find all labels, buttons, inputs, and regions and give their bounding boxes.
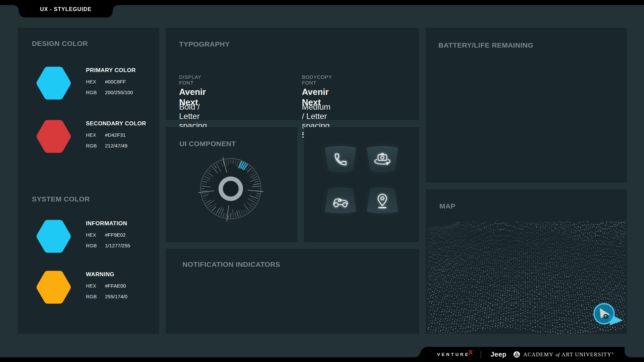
- swatch-name: WARNING: [86, 271, 127, 278]
- location-button[interactable]: [366, 186, 399, 215]
- rotary-dial-control[interactable]: [196, 154, 266, 224]
- hex-value: #00C8FF: [105, 79, 126, 84]
- map-panel: MAP: [426, 189, 627, 334]
- location-pin-icon: [372, 190, 392, 210]
- hex-row: HEX #00C8FF: [86, 79, 136, 84]
- hex-row: HEX #FFAE00: [86, 283, 127, 289]
- rgb-value: 1/1277/255: [105, 243, 130, 248]
- hex-value: #D42F31: [105, 132, 126, 138]
- notification-indicators-heading: NOTIFICATION INDICATORS: [182, 260, 280, 268]
- ui-component-panel: UI COMPONENT: [166, 127, 297, 242]
- venture-wordmark: VENTURE: [437, 352, 470, 357]
- secondary-color-card: SECONDARY COLOR HEX #D42F31 RGB 212/47/4…: [36, 120, 146, 153]
- rgb-value: 200/255/100: [105, 89, 133, 95]
- rgb-row: RGB 1/1277/255: [86, 243, 130, 248]
- venture-x-mark: X: [468, 349, 473, 356]
- tab-ux-styleguide[interactable]: UX - STYLEGUIDE: [19, 0, 113, 17]
- warning-color-card: WARNING HEX #FFAE00 RGB 255/174/0: [36, 270, 127, 304]
- typography-heading: TYPOGRAPHY: [179, 40, 230, 48]
- rgb-row: RGB 255/174/0: [86, 294, 127, 299]
- hex-row: HEX #FF9E02: [86, 232, 130, 238]
- swatch-name: SECONDARY COLOR: [86, 120, 146, 127]
- rgb-value: 255/174/0: [105, 294, 127, 299]
- camera-360-button[interactable]: [366, 145, 399, 173]
- map-heading: MAP: [439, 202, 455, 210]
- dial-center-hole: [223, 181, 238, 196]
- phone-button[interactable]: [324, 145, 357, 173]
- footer-brand-bar: VENTUREX Jeep ACADEMY of ART UNIVERSITY®: [420, 347, 644, 362]
- information-color-card: INFORMATION HEX #FF9E02 RGB 1/1277/255: [36, 220, 130, 253]
- hex-value: #FF9E02: [105, 232, 126, 238]
- footer-notch: [625, 347, 644, 357]
- quick-button-grid: [324, 145, 399, 215]
- rgb-row: RGB 212/47/49: [86, 143, 146, 148]
- notification-indicators-panel: NOTIFICATION INDICATORS: [166, 249, 419, 334]
- display-font-label: DISPLAY FONT: [179, 74, 201, 85]
- ui-component-heading: UI COMPONENT: [179, 140, 236, 148]
- primary-color-swatch: [36, 66, 71, 100]
- jeep-logo: Jeep: [490, 351, 506, 358]
- hex-row: HEX #D42F31: [86, 132, 146, 138]
- rover-icon: [330, 190, 351, 210]
- secondary-color-swatch: [36, 120, 71, 153]
- quick-buttons-panel: [304, 127, 419, 242]
- swatch-name: PRIMARY COLOR: [86, 67, 136, 74]
- phone-icon: [330, 149, 351, 169]
- design-color-heading: DESIGN COLOR: [32, 40, 88, 48]
- tab-label: UX - STYLEGUIDE: [40, 5, 92, 12]
- registered-mark: ®: [611, 352, 614, 355]
- swatch-name: INFORMATION: [86, 220, 130, 227]
- rgb-value: 212/47/49: [105, 143, 127, 148]
- academy-logo-group: ACADEMY of ART UNIVERSITY®: [513, 351, 614, 358]
- hex-value: #FFAE00: [105, 283, 126, 289]
- academy-circle-icon: [513, 351, 520, 358]
- academy-wordmark: ACADEMY of ART UNIVERSITY®: [523, 352, 614, 358]
- primary-color-card: PRIMARY COLOR HEX #00C8FF RGB 200/255/10…: [36, 66, 136, 100]
- warning-color-swatch: [36, 270, 71, 304]
- rover-button[interactable]: [324, 186, 357, 215]
- camera-360-icon: [372, 149, 392, 169]
- battery-life-panel: BATTERY/LIFE REMAINING: [426, 28, 627, 183]
- design-color-panel: DESIGN COLOR PRIMARY COLOR HEX #00C8FF R…: [18, 28, 159, 334]
- academy-of: of: [555, 352, 559, 357]
- footer-divider: [481, 351, 481, 358]
- typography-panel: TYPOGRAPHY DISPLAY FONT Avenir Next Bold…: [166, 28, 419, 120]
- information-color-swatch: [36, 220, 71, 253]
- rgb-row: RGB 200/255/100: [86, 89, 136, 95]
- map-position-badge[interactable]: [591, 300, 624, 329]
- system-color-heading: SYSTEM COLOR: [32, 195, 90, 203]
- battery-life-heading: BATTERY/LIFE REMAINING: [438, 41, 533, 49]
- bodycopy-font-label: BODYCOPY FONT: [302, 74, 332, 85]
